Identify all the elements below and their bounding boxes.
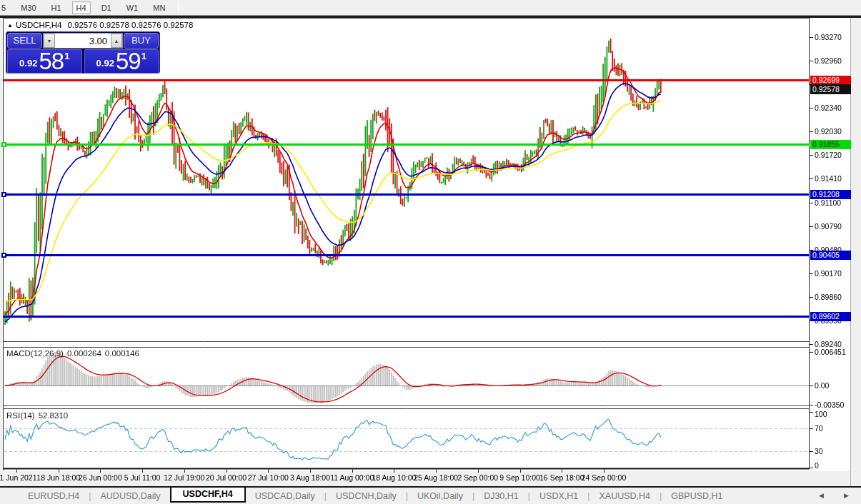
price-tick-label: 0.92340 xyxy=(815,104,842,112)
price-tick-label: 0.89860 xyxy=(815,293,842,301)
time-axis-label[interactable]: 24 Sep 00:00 xyxy=(575,473,632,482)
volume-increase-button[interactable]: ▲ xyxy=(111,34,122,48)
chart-tab-ukoil[interactable]: UKOil,Daily xyxy=(408,490,472,503)
rsi-value: 52.8310 xyxy=(39,411,69,420)
macd-tick-label: 0.006451 xyxy=(815,348,846,356)
macd-name: MACD(12,26,9) xyxy=(6,349,64,358)
macd-indicator-label: MACD(12,26,9)0.0002640.000146 xyxy=(6,349,143,358)
sell-price-box[interactable]: 0.92581 xyxy=(7,49,82,74)
macd-value-1: 0.000264 xyxy=(67,349,101,358)
current-price-flag: 0.92578 xyxy=(810,85,851,94)
sell-price-pip: 1 xyxy=(64,51,69,61)
macd-tick-label: 0.00 xyxy=(815,381,829,390)
price-level-flag: 0.90405 xyxy=(810,251,851,260)
chart-tab-dj30[interactable]: DJ30,H1 xyxy=(474,490,528,503)
buy-price-prefix: 0.92 xyxy=(96,58,114,69)
chart-tab-bar: EURUSD,H4|AUDUSD,DailyUSDCHF,H4USDCAD,Da… xyxy=(0,488,861,504)
buy-price-box[interactable]: 0.92591 xyxy=(84,49,159,74)
price-tick-label: 0.92960 xyxy=(815,56,842,65)
mt4-window: 5M30H1H4D1W1MN ▲USDCHF,H40.92576 0.92578… xyxy=(0,0,861,504)
rsi-tick-label: 100 xyxy=(815,410,827,418)
one-click-trading-panel: SELL ▼ ▲ BUY 0.92581 0.92591 xyxy=(6,31,160,74)
chart-tab-usdcad[interactable]: USDCAD,Daily xyxy=(246,490,324,503)
tab-scroll-right-icon[interactable]: ▶ xyxy=(844,492,849,499)
level-line-handle[interactable] xyxy=(1,253,6,258)
sell-price-prefix: 0.92 xyxy=(19,58,37,69)
chart-symbol: USDCHF,H4 xyxy=(16,21,62,29)
price-tick-label: 0.90170 xyxy=(815,269,842,278)
rsi-tick-label: 0 xyxy=(815,461,819,470)
chart-tab-audusd[interactable]: AUDUSD,Daily xyxy=(91,490,170,503)
sell-price-big: 58 xyxy=(39,51,64,71)
volume-decrease-button[interactable]: ▼ xyxy=(44,34,55,48)
price-tick-label: 0.91720 xyxy=(815,151,842,159)
chart-tab-usdx[interactable]: USDX,H1 xyxy=(530,490,587,503)
level-line-0.91855[interactable] xyxy=(4,143,810,146)
rsi-name: RSI(14) xyxy=(6,411,35,420)
chart-tab-usdchf[interactable]: USDCHF,H4 xyxy=(170,486,246,503)
price-tick-label: 0.92030 xyxy=(815,127,842,136)
volume-input[interactable] xyxy=(55,34,111,48)
level-line-handle[interactable] xyxy=(1,192,6,197)
rsi-indicator-label: RSI(14)52.8310 xyxy=(6,411,71,420)
level-line-0.92699[interactable] xyxy=(4,79,810,81)
macd-value-2: 0.000146 xyxy=(105,349,139,358)
level-line-handle[interactable] xyxy=(1,142,6,147)
price-tick-label: 0.90790 xyxy=(815,222,842,231)
volume-spinner: ▼ ▲ xyxy=(43,33,123,49)
rsi-tick-label: 30 xyxy=(815,447,823,455)
price-level-flag: 0.89602 xyxy=(810,312,851,321)
price-chart-canvas[interactable] xyxy=(0,0,861,504)
price-level-flag: 0.91855 xyxy=(810,140,851,149)
buy-price-pip: 1 xyxy=(141,51,146,61)
chart-tab-xauusd[interactable]: XAUUSD,H4 xyxy=(589,490,660,503)
macd-tick-label: -0.00350 xyxy=(815,400,844,409)
price-tick-label: 0.91410 xyxy=(815,174,842,183)
buy-price-big: 59 xyxy=(116,51,141,71)
price-level-flag: 0.91208 xyxy=(810,190,851,199)
chart-tab-gbpusd[interactable]: GBPUSD,H1 xyxy=(662,490,732,503)
tab-scroll-left-icon[interactable]: ◀ xyxy=(819,492,824,499)
rsi-tick-label: 70 xyxy=(815,424,823,433)
chart-tab-eurusd[interactable]: EURUSD,H4 xyxy=(19,490,89,503)
level-line-0.90405[interactable] xyxy=(4,254,810,256)
collapse-triangle-icon[interactable]: ▲ xyxy=(7,22,13,29)
level-line-0.89602[interactable] xyxy=(4,316,810,318)
level-line-0.91208[interactable] xyxy=(4,193,810,196)
buy-button[interactable]: BUY xyxy=(124,33,159,49)
chart-symbol-header: ▲USDCHF,H40.92576 0.92578 0.92576 0.9257… xyxy=(7,21,193,29)
price-tick-label: 0.91100 xyxy=(815,198,841,207)
sell-button[interactable]: SELL xyxy=(7,33,42,49)
chart-ohlc-values: 0.92576 0.92578 0.92576 0.92578 xyxy=(67,21,193,29)
price-tick-label: 0.93270 xyxy=(815,33,842,41)
chart-tab-usdcnh[interactable]: USDCNH,Daily xyxy=(327,490,406,503)
